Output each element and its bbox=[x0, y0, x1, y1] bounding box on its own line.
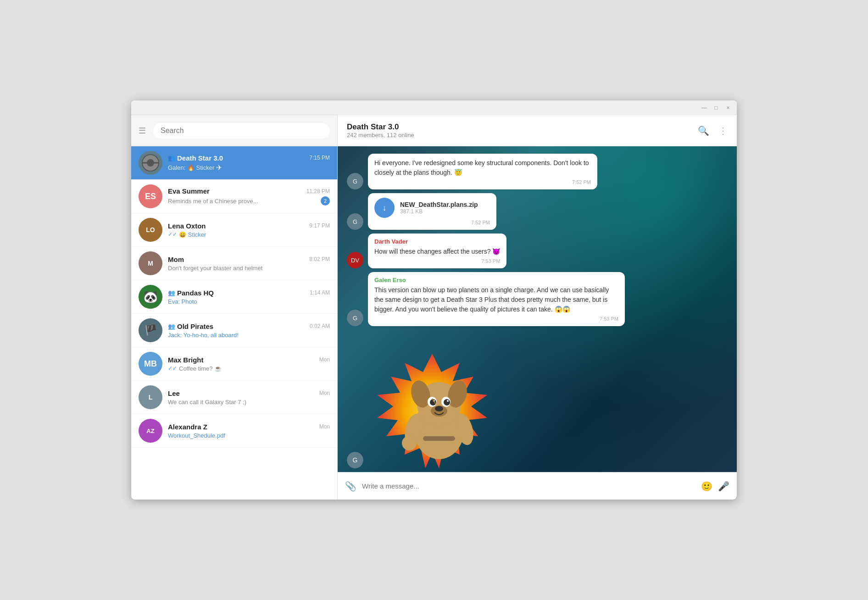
chat-time: Mon bbox=[319, 356, 330, 363]
chat-item-lena-oxton[interactable]: LOLena Oxton9:17 PM✓✓ 😄 Sticker bbox=[131, 213, 337, 247]
sticker-sender-avatar: G bbox=[347, 452, 363, 468]
download-icon[interactable]: ↓ bbox=[374, 198, 395, 218]
svg-point-16 bbox=[435, 406, 443, 411]
chat-name: Mom bbox=[168, 256, 184, 263]
message-time: 7:53 PM bbox=[374, 316, 618, 322]
chat-time: 1:14 AM bbox=[310, 289, 330, 296]
message-input[interactable] bbox=[362, 482, 696, 490]
avatar: ES bbox=[139, 184, 162, 208]
emoji-icon[interactable]: 🙂 bbox=[701, 481, 712, 492]
avatar bbox=[139, 151, 162, 175]
sticker-image bbox=[368, 349, 496, 468]
chat-preview: We can call it Galaxy Star 7 ;) bbox=[168, 399, 330, 406]
chat-time: Mon bbox=[319, 423, 330, 430]
message-text: How will these changes affect the users?… bbox=[374, 247, 500, 256]
message-sender: Darth Vader bbox=[374, 238, 500, 245]
chat-preview: Galen: 🔥 Sticker ✈ bbox=[168, 163, 330, 172]
chat-preview: Don't forget your blaster and helmet bbox=[168, 265, 330, 272]
avatar: 🏴 bbox=[139, 318, 162, 342]
chat-preview: ✓✓ 😄 Sticker bbox=[168, 231, 330, 238]
chat-item-alexandra-z[interactable]: AZAlexandra ZMonWorkout_Shedule.pdf bbox=[131, 414, 337, 448]
avatar: MB bbox=[139, 352, 162, 376]
chat-preview: Eva: Photo bbox=[168, 298, 330, 305]
sidebar-header: ☰ bbox=[131, 115, 337, 146]
message-text: This version can blow up two planets on … bbox=[374, 285, 618, 314]
chat-name: Eva Summer bbox=[168, 187, 210, 195]
sidebar: ☰ 👥 Death Star 3.07:15 PMGalen: 🔥 Sticke… bbox=[131, 115, 338, 500]
sticker-row: G bbox=[338, 349, 737, 472]
chat-item-max-bright[interactable]: MBMax BrightMon✓✓ Coffee time? ☕ bbox=[131, 347, 337, 381]
message-time: 7:52 PM bbox=[374, 179, 591, 185]
chat-time: 0:02 AM bbox=[310, 323, 330, 329]
chat-name: Max Bright bbox=[168, 356, 204, 364]
svg-point-14 bbox=[447, 400, 449, 402]
chat-header: Death Star 3.0 242 members, 112 online 🔍… bbox=[338, 115, 737, 146]
chat-time: Mon bbox=[319, 390, 330, 396]
chat-name: Alexandra Z bbox=[168, 423, 207, 431]
file-name: NEW_DeathStar.plans.zip bbox=[400, 201, 490, 208]
chat-item-death-star[interactable]: 👥 Death Star 3.07:15 PMGalen: 🔥 Sticker … bbox=[131, 146, 337, 180]
file-attachment[interactable]: ↓ NEW_DeathStar.plans.zip 387.1 KB bbox=[374, 198, 490, 218]
search-input[interactable] bbox=[153, 123, 330, 139]
avatar: 🐼 bbox=[139, 285, 162, 309]
close-button[interactable]: × bbox=[725, 105, 731, 111]
chat-name: Lena Oxton bbox=[168, 222, 206, 230]
app-window: — □ × ☰ 👥 Death Star 3.07:15 PMGalen: 🔥 … bbox=[131, 100, 737, 500]
title-bar: — □ × bbox=[131, 100, 737, 115]
chat-item-lee[interactable]: LLeeMonWe can call it Galaxy Star 7 ;) bbox=[131, 381, 337, 414]
chat-time: 9:17 PM bbox=[309, 222, 330, 229]
chat-time: 8:02 PM bbox=[309, 256, 330, 262]
chat-messages: GHi everyone. I've redesigned some key s… bbox=[338, 146, 737, 349]
file-message-bubble: ↓ NEW_DeathStar.plans.zip 387.1 KB 7:52 … bbox=[368, 193, 496, 230]
chat-name: 👥 Pandas HQ bbox=[168, 289, 214, 297]
chat-time: 11:28 PM bbox=[306, 188, 330, 194]
svg-rect-20 bbox=[423, 436, 455, 441]
message-row: G Galen Erso This version can blow up tw… bbox=[347, 272, 728, 326]
svg-point-12 bbox=[444, 399, 450, 406]
chat-name: 👥 Old Pirates bbox=[168, 322, 213, 330]
message-time: 7:53 PM bbox=[374, 258, 500, 264]
unread-badge: 2 bbox=[321, 196, 330, 206]
chat-title: Death Star 3.0 bbox=[347, 122, 414, 132]
hamburger-icon[interactable]: ☰ bbox=[139, 126, 146, 136]
message-time: 7:52 PM bbox=[374, 220, 490, 225]
avatar: M bbox=[139, 251, 162, 275]
chat-header-info: Death Star 3.0 242 members, 112 online bbox=[347, 122, 414, 139]
chat-name: Lee bbox=[168, 389, 180, 397]
avatar: AZ bbox=[139, 419, 162, 443]
chat-preview: Jack: Yo-ho-ho, all aboard! bbox=[168, 332, 330, 339]
maximize-button[interactable]: □ bbox=[713, 105, 719, 111]
message-row: G ↓ NEW_DeathStar.plans.zip 387.1 KB 7:5… bbox=[347, 193, 728, 230]
chat-name: 👥 Death Star 3.0 bbox=[168, 154, 223, 162]
message-sender: Galen Erso bbox=[374, 277, 618, 283]
search-icon[interactable]: 🔍 bbox=[698, 125, 709, 136]
chat-item-mom[interactable]: MMom8:02 PMDon't forget your blaster and… bbox=[131, 247, 337, 280]
chat-panel: Death Star 3.0 242 members, 112 online 🔍… bbox=[338, 115, 737, 500]
message-bubble: Hi everyone. I've redesigned some key st… bbox=[368, 154, 597, 189]
message-row: GHi everyone. I've redesigned some key s… bbox=[347, 154, 728, 189]
chat-input-area: 📎 🙂 🎤 bbox=[338, 472, 737, 500]
svg-point-19 bbox=[402, 436, 417, 450]
chat-header-actions: 🔍 ⋮ bbox=[698, 125, 728, 136]
chat-item-old-pirates[interactable]: 🏴👥 Old Pirates0:02 AMJack: Yo-ho-ho, all… bbox=[131, 314, 337, 347]
chat-preview: Reminds me of a Chinese prove... bbox=[168, 198, 321, 205]
message-text: Hi everyone. I've redesigned some key st… bbox=[374, 158, 591, 178]
chat-preview: ✓✓ Coffee time? ☕ bbox=[168, 365, 330, 372]
avatar: G bbox=[347, 173, 363, 189]
avatar: L bbox=[139, 385, 162, 409]
chat-time: 7:15 PM bbox=[309, 155, 330, 161]
minimize-button[interactable]: — bbox=[701, 105, 707, 111]
chat-list: 👥 Death Star 3.07:15 PMGalen: 🔥 Sticker … bbox=[131, 146, 337, 500]
chat-preview: Workout_Shedule.pdf bbox=[168, 432, 330, 439]
more-options-icon[interactable]: ⋮ bbox=[718, 125, 728, 136]
file-size: 387.1 KB bbox=[400, 208, 490, 215]
chat-item-pandas-hq[interactable]: 🐼👥 Pandas HQ1:14 AMEva: Photo bbox=[131, 280, 337, 314]
avatar: LO bbox=[139, 218, 162, 242]
main-layout: ☰ 👥 Death Star 3.07:15 PMGalen: 🔥 Sticke… bbox=[131, 115, 737, 500]
attach-icon[interactable]: 📎 bbox=[345, 481, 356, 492]
mic-icon[interactable]: 🎤 bbox=[718, 481, 729, 492]
chat-item-eva-summer[interactable]: ESEva Summer11:28 PMReminds me of a Chin… bbox=[131, 180, 337, 213]
message-bubble: Darth Vader How will these changes affec… bbox=[368, 233, 506, 268]
message-bubble: Galen Erso This version can blow up two … bbox=[368, 272, 625, 326]
chat-subtitle: 242 members, 112 online bbox=[347, 132, 414, 139]
